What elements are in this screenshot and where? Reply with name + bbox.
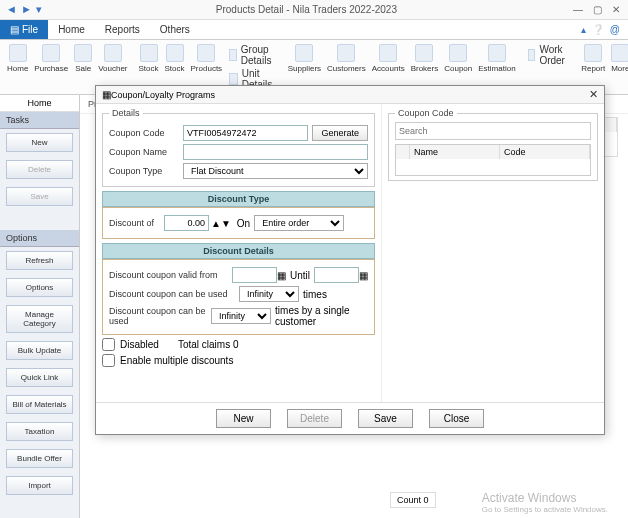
left-sidebar: Home Tasks New Delete Save Options Refre… — [0, 95, 80, 518]
coupon-type-select[interactable]: Flat Discount — [183, 163, 368, 179]
disabled-label: Disabled — [120, 339, 159, 350]
opt-options[interactable]: Options — [6, 278, 73, 297]
rib-voucher[interactable]: Voucher — [95, 42, 130, 75]
dlg-close-button[interactable]: Close — [429, 409, 484, 428]
opt-taxation[interactable]: Taxation — [6, 422, 73, 441]
maximize-icon[interactable]: ▢ — [593, 4, 602, 15]
dlg-save-button[interactable]: Save — [358, 409, 413, 428]
coupon-dialog: ▦ Coupon/Loyalty Programs ✕ Details Coup… — [95, 85, 605, 435]
details-legend: Details — [109, 108, 143, 118]
rib-coupon[interactable]: Coupon — [441, 42, 475, 75]
nav-back-icon[interactable]: ◄ — [6, 3, 17, 16]
rib-group-details[interactable]: Group Details — [229, 44, 276, 66]
nav-fwd-icon[interactable]: ► — [21, 3, 32, 16]
file-tab[interactable]: ▤File — [0, 20, 48, 39]
titlebar: ◄ ► ▾ Products Detail - Nila Traders 202… — [0, 0, 628, 20]
rib-stock2[interactable]: Stock — [162, 42, 188, 75]
by-cust-label: times by a single customer — [275, 305, 368, 327]
task-delete: Delete — [6, 160, 73, 179]
opt-import[interactable]: Import — [6, 476, 73, 495]
details-fieldset: Details Coupon Code Generate Coupon Name… — [102, 108, 375, 187]
opt-bulk-update[interactable]: Bulk Update — [6, 341, 73, 360]
cal-icon-2[interactable]: ▦ — [359, 270, 368, 281]
rib-home[interactable]: Home — [4, 42, 31, 75]
used-times-select[interactable]: Infinity — [239, 286, 299, 302]
nav-dd-icon[interactable]: ▾ — [36, 3, 42, 16]
tab-others[interactable]: Others — [150, 21, 200, 38]
discount-type-band: Discount Type — [102, 191, 375, 207]
coupon-name-label: Coupon Name — [109, 147, 183, 157]
discount-details-band: Discount Details — [102, 243, 375, 259]
tasks-header: Tasks — [0, 112, 79, 129]
rib-accounts[interactable]: Accounts — [369, 42, 408, 75]
coupon-table: Name Code — [395, 144, 591, 176]
search-input[interactable] — [395, 122, 591, 140]
rib-brokers[interactable]: Brokers — [408, 42, 442, 75]
on-label: On — [237, 218, 250, 229]
task-new[interactable]: New — [6, 133, 73, 152]
opt-bom[interactable]: Bill of Materials — [6, 395, 73, 414]
rib-more[interactable]: More — [608, 42, 628, 75]
tab-reports[interactable]: Reports — [95, 21, 150, 38]
rib-workorder-group: Work Order — [524, 42, 574, 68]
opt-quick-link[interactable]: Quick Link — [6, 368, 73, 387]
rib-stock1[interactable]: Stock — [136, 42, 162, 75]
discount-value-input[interactable] — [164, 215, 209, 231]
dialog-title: Coupon/Loyalty Programs — [111, 90, 589, 100]
rib-products[interactable]: Products — [188, 42, 226, 75]
rib-customers[interactable]: Customers — [324, 42, 369, 75]
options-header: Options — [0, 230, 79, 247]
count-status: Count 0 — [390, 492, 436, 508]
total-claims: Total claims 0 — [178, 339, 239, 350]
minimize-icon[interactable]: — — [573, 4, 583, 15]
opt-bundle-offer[interactable]: Bundle Offer — [6, 449, 73, 468]
coupon-type-label: Coupon Type — [109, 166, 183, 176]
used-by-cust-label: Discount coupon can be used — [109, 306, 211, 326]
task-save: Save — [6, 187, 73, 206]
disabled-checkbox[interactable] — [102, 338, 115, 351]
coupon-list-fieldset: Coupon Code Name Code — [388, 108, 598, 181]
rib-sale[interactable]: Sale — [71, 42, 95, 75]
dialog-icon: ▦ — [102, 89, 111, 100]
on-select[interactable]: Entire order — [254, 215, 344, 231]
col-name: Name — [410, 145, 500, 159]
help-dd-icon[interactable]: ▴ — [581, 24, 586, 35]
valid-until-input[interactable] — [314, 267, 359, 283]
activate-watermark: Activate Windows Go to Settings to activ… — [482, 491, 608, 514]
coupon-name-input[interactable] — [183, 144, 368, 160]
sidebar-home[interactable]: Home — [0, 95, 79, 112]
rib-work-order[interactable]: Work Order — [528, 44, 570, 66]
used-by-cust-select[interactable]: Infinity — [211, 308, 271, 324]
close-icon[interactable]: ✕ — [612, 4, 620, 15]
enable-multi-checkbox[interactable] — [102, 354, 115, 367]
help-icon[interactable]: ❔ — [592, 24, 604, 35]
rib-suppliers[interactable]: Suppliers — [285, 42, 324, 75]
until-label: Until — [290, 270, 310, 281]
generate-button[interactable]: Generate — [312, 125, 368, 141]
enable-multi-label: Enable multiple discounts — [120, 355, 233, 366]
opt-refresh[interactable]: Refresh — [6, 251, 73, 270]
tab-home[interactable]: Home — [48, 21, 95, 38]
rib-estimation[interactable]: Estimation — [475, 42, 518, 75]
coupon-code-input[interactable] — [183, 125, 308, 141]
dlg-new-button[interactable]: New — [216, 409, 271, 428]
dialog-close-icon[interactable]: ✕ — [589, 88, 598, 101]
times-label: times — [303, 289, 327, 300]
coupon-list-legend: Coupon Code — [395, 108, 457, 118]
rib-purchase[interactable]: Purchase — [31, 42, 71, 75]
at-icon[interactable]: @ — [610, 24, 620, 35]
table-row — [396, 159, 590, 175]
valid-from-input[interactable] — [232, 267, 277, 283]
opt-manage-category[interactable]: Manage Category — [6, 305, 73, 333]
cal-icon[interactable]: ▦ — [277, 270, 286, 281]
dlg-delete-button: Delete — [287, 409, 342, 428]
discount-of-label: Discount of — [109, 218, 164, 228]
ribbon-tabs: ▤File Home Reports Others ▴ ❔ @ — [0, 20, 628, 40]
used-times-label: Discount coupon can be used — [109, 289, 239, 299]
window-title: Products Detail - Nila Traders 2022-2023 — [48, 4, 565, 15]
valid-from-label: Discount coupon valid from — [109, 270, 232, 280]
coupon-code-label: Coupon Code — [109, 128, 183, 138]
col-code: Code — [500, 145, 590, 159]
rib-report[interactable]: Report — [578, 42, 608, 75]
